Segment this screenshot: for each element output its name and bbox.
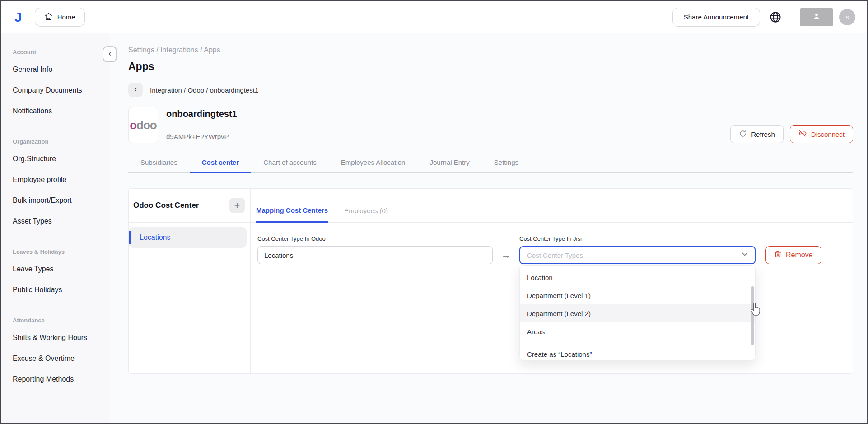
odoo-cost-center-panel: Odoo Cost Center + Locations: [129, 189, 251, 373]
remove-mapping-button[interactable]: Remove: [765, 246, 821, 264]
tab-employees-allocation[interactable]: Employees Allocation: [329, 158, 418, 172]
chevron-left-icon: [107, 51, 112, 58]
tab-journal-entry[interactable]: Journal Entry: [417, 158, 481, 172]
sidebar-item-employee-profile[interactable]: Employee profile: [1, 169, 110, 190]
page-title: Apps: [128, 61, 853, 73]
share-announcement-button[interactable]: Share Announcement: [672, 8, 760, 27]
sidebar-item-notifications[interactable]: Notifications: [1, 101, 110, 121]
integration-api-key: d9AMPk+E?YWrpvP: [166, 133, 237, 140]
odoo-logo-rest: doo: [136, 118, 157, 132]
sidebar-item-public-holidays[interactable]: Public Holidays: [1, 280, 110, 300]
section-header-attendance: Attendance: [1, 312, 110, 327]
sidebar-item-asset-types[interactable]: Asset Types: [1, 211, 110, 232]
cost-center-type-dropdown: Location Department (Level 1) Department…: [519, 265, 756, 361]
mapping-tabs: Mapping Cost Centers Employees (0): [251, 189, 853, 223]
tab-mapping-cost-centers[interactable]: Mapping Cost Centers: [256, 206, 328, 223]
tab-cost-center[interactable]: Cost center: [190, 158, 252, 173]
sidebar-item-shifts-working-hours[interactable]: Shifts & Working Hours: [1, 327, 110, 348]
sidebar-section-account: Account General Info Company Documents N…: [1, 40, 110, 129]
tab-employees[interactable]: Employees (0): [344, 207, 388, 222]
remove-label: Remove: [786, 251, 813, 259]
dropdown-option-location[interactable]: Location: [520, 268, 755, 286]
unlink-icon: [798, 129, 807, 139]
sidebar-section-attendance: Attendance Shifts & Working Hours Excuse…: [1, 308, 110, 397]
odoo-logo: odoo: [128, 107, 158, 143]
jisr-type-select[interactable]: Cost Center Types: [519, 246, 756, 264]
selected-indicator-bar: [129, 231, 131, 244]
home-button[interactable]: Home: [35, 8, 85, 27]
integration-breadcrumb[interactable]: Integration / Odoo / onboardingtest1: [150, 86, 258, 94]
sidebar-item-bulk-import-export[interactable]: Bulk import/Export: [1, 190, 110, 211]
chevron-down-icon: [740, 250, 749, 261]
sidebar-item-excuse-overtime[interactable]: Excuse & Overtime: [1, 348, 110, 369]
chevron-left-icon: [133, 87, 138, 93]
cost-center-item-label: Locations: [140, 233, 171, 242]
section-header-account: Account: [1, 44, 110, 59]
dropdown-option-department-level-2[interactable]: Department (Level 2): [520, 304, 755, 322]
app-window: J Home Share Announcement: [0, 0, 868, 424]
refresh-button[interactable]: Refresh: [730, 125, 784, 143]
language-globe-icon[interactable]: [769, 11, 782, 23]
section-header-leaves-holidays: Leaves & Holidays: [1, 244, 110, 259]
settings-sidebar: Account General Info Company Documents N…: [1, 33, 110, 423]
dropdown-option-department-level-1[interactable]: Department (Level 1): [520, 286, 755, 304]
topbar-divider: [791, 10, 791, 24]
panel-title: Odoo Cost Center: [133, 201, 199, 210]
sidebar-item-reporting-methods[interactable]: Reporting Methods: [1, 369, 110, 390]
sidebar-item-org-structure[interactable]: Org.Structure: [1, 149, 110, 169]
trash-icon: [774, 250, 782, 260]
sidebar-item-general-info[interactable]: General Info: [1, 59, 110, 80]
disconnect-label: Disconnect: [811, 130, 845, 138]
main-content: Settings / Integrations / Apps Apps Inte…: [110, 33, 867, 423]
back-button[interactable]: [128, 83, 143, 97]
odoo-type-value: Locations: [264, 252, 293, 259]
tab-subsidiaries[interactable]: Subsidiaries: [128, 158, 190, 172]
arrow-right-icon: →: [493, 250, 519, 264]
integration-tabs: Subsidiaries Cost center Chart of accoun…: [128, 158, 853, 173]
sidebar-item-leave-types[interactable]: Leave Types: [1, 259, 110, 280]
mapping-panel: Mapping Cost Centers Employees (0) Cost …: [251, 189, 853, 373]
user-avatar[interactable]: s: [839, 9, 855, 25]
odoo-logo-first-letter: o: [130, 118, 136, 132]
breadcrumb[interactable]: Settings / Integrations / Apps: [128, 46, 853, 54]
jisr-type-placeholder: Cost Center Types: [527, 252, 583, 259]
sidebar-section-leaves-holidays: Leaves & Holidays Leave Types Public Hol…: [1, 239, 110, 308]
sidebar-collapse-button[interactable]: [103, 46, 117, 62]
topbar: J Home Share Announcement: [1, 1, 867, 33]
odoo-type-input[interactable]: Locations: [257, 246, 493, 264]
disconnect-button[interactable]: Disconnect: [790, 125, 853, 143]
text-caret: [526, 251, 526, 259]
dropdown-option-create-as-locations[interactable]: Create as “Locations”: [520, 345, 755, 363]
refresh-icon: [739, 130, 747, 139]
odoo-type-label: Cost Center Type In Odoo: [257, 235, 493, 242]
company-avatar[interactable]: [800, 8, 833, 26]
tab-settings[interactable]: Settings: [482, 158, 531, 172]
home-icon: [44, 12, 53, 22]
sidebar-section-organization: Organization Org.Structure Employee prof…: [1, 129, 110, 239]
home-label: Home: [57, 13, 75, 21]
cost-center-item-locations[interactable]: Locations: [129, 227, 247, 248]
person-icon: [812, 12, 821, 23]
integration-name: onboardingtest1: [166, 109, 237, 119]
cost-center-card: Odoo Cost Center + Locations Mapping Cos…: [128, 188, 853, 374]
refresh-label: Refresh: [751, 130, 775, 138]
add-cost-center-button[interactable]: +: [229, 198, 245, 213]
sidebar-item-company-documents[interactable]: Company Documents: [1, 80, 110, 101]
jisr-type-label: Cost Center Type In Jisr: [519, 235, 756, 242]
dropdown-scrollbar[interactable]: [751, 286, 754, 345]
jisr-logo: J: [14, 9, 22, 25]
tab-chart-of-accounts[interactable]: Chart of accounts: [251, 158, 329, 172]
dropdown-option-areas[interactable]: Areas: [520, 322, 755, 340]
section-header-organization: Organization: [1, 134, 110, 149]
